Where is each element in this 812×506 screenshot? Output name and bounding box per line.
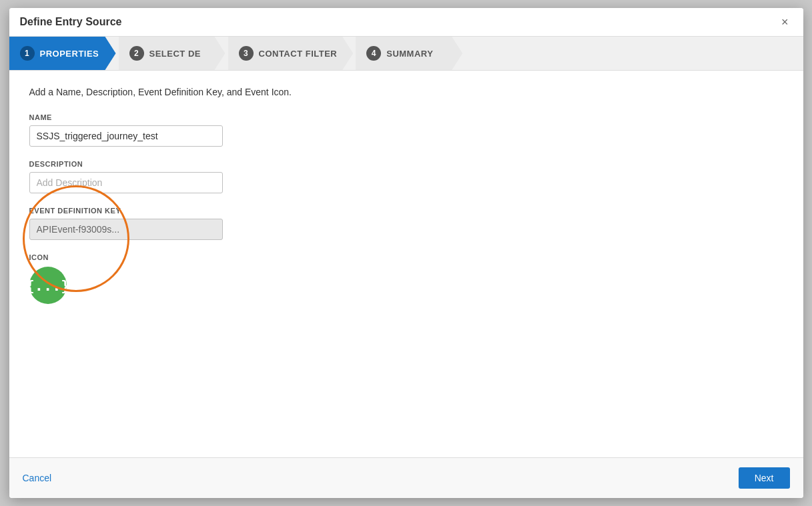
name-label: NAME [29, 113, 783, 121]
instructions-text: Add a Name, Description, Event Definitio… [29, 87, 783, 97]
wizard-step-4[interactable]: 4 SUMMARY [356, 37, 462, 70]
icon-symbol: {...} [25, 277, 69, 294]
step-3-number: 3 [239, 46, 254, 61]
icon-selector[interactable]: {...} [29, 267, 67, 304]
modal-body: Add a Name, Description, Event Definitio… [9, 71, 803, 457]
step-1-number: 1 [20, 46, 35, 61]
modal-header: Define Entry Source × [9, 8, 803, 37]
description-field-group: DESCRIPTION [29, 160, 783, 193]
wizard-nav: 1 PROPERTIES 2 SELECT DE 3 CONTACT FILTE… [9, 37, 803, 71]
close-button[interactable]: × [777, 15, 793, 29]
wizard-step-1[interactable]: 1 PROPERTIES [9, 37, 116, 70]
description-label: DESCRIPTION [29, 160, 783, 168]
description-input[interactable] [29, 172, 223, 193]
icon-label: ICON [29, 253, 783, 261]
event-key-field-group: EVENT DEFINITION KEY [29, 207, 783, 240]
wizard-step-2[interactable]: 2 SELECT DE [119, 37, 226, 70]
step-4-number: 4 [366, 46, 381, 61]
name-input[interactable] [29, 125, 223, 147]
modal-title: Define Entry Source [20, 16, 122, 28]
event-key-wrapper [29, 219, 783, 240]
next-button[interactable]: Next [739, 467, 790, 489]
name-field-group: NAME [29, 113, 783, 147]
modal-footer: Cancel Next [9, 457, 803, 498]
step-2-label: SELECT DE [149, 49, 201, 59]
event-key-input[interactable] [29, 219, 223, 240]
event-key-label: EVENT DEFINITION KEY [29, 207, 783, 215]
step-4-label: SUMMARY [386, 49, 433, 59]
step-1-label: PROPERTIES [40, 49, 99, 59]
wizard-step-3[interactable]: 3 CONTACT FILTER [228, 37, 354, 70]
step-3-label: CONTACT FILTER [259, 49, 338, 59]
modal: Define Entry Source × 1 PROPERTIES 2 SEL… [9, 8, 803, 498]
icon-field-group: ICON {...} [29, 253, 783, 304]
cancel-button[interactable]: Cancel [23, 473, 52, 483]
step-2-number: 2 [129, 46, 144, 61]
